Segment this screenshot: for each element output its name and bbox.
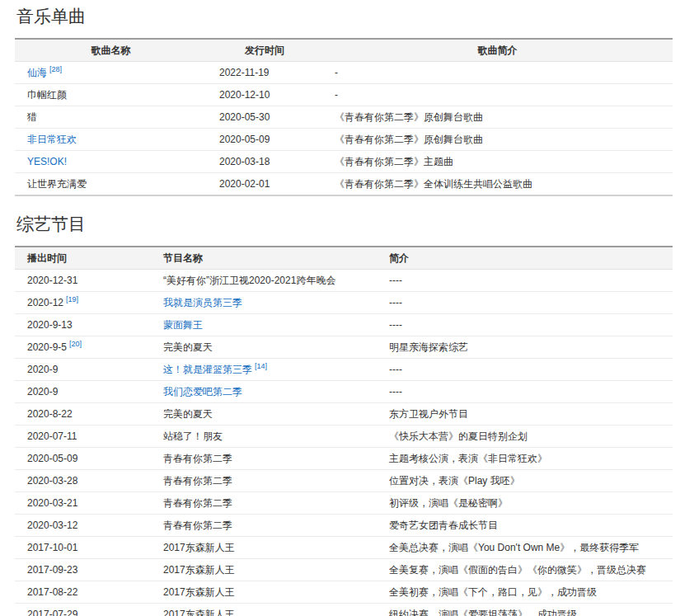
cell-text: 2020-03-18 [219, 156, 270, 167]
cell-text: 巾帼红颜 [27, 89, 67, 101]
cell-text: 2020-12-10 [219, 89, 270, 101]
table-cell: 巾帼红颜 [15, 84, 207, 106]
cell-text: 青春有你第二季 [163, 475, 232, 487]
cell-text: 2017-08-22 [27, 586, 77, 598]
table-cell: - [322, 84, 673, 106]
table-cell: 2017东森新人王 [151, 559, 377, 581]
table-cell: ---- [377, 381, 673, 403]
table-cell: 2017-10-01 [15, 537, 151, 559]
citation-ref[interactable]: [20] [69, 340, 82, 348]
table-cell: 2017-09-23 [15, 559, 151, 581]
music-singles-table: 歌曲名称发行时间歌曲简介仙海[28]2022-11-19-巾帼红颜2020-12… [15, 38, 673, 196]
entry-link[interactable]: 仙海 [27, 67, 47, 78]
table-cell: 青春有你第二季 [151, 470, 377, 492]
table-row: 2017-07-292017东森新人王纽约决赛，演唱《爱要坦荡荡》，成功晋级 [15, 604, 673, 616]
table-cell: 2020-03-28 [15, 470, 151, 492]
table-cell: 2020-9 [15, 381, 151, 403]
table-cell: ---- [377, 359, 673, 381]
column-header: 播出时间 [15, 247, 151, 270]
article-page: 音乐单曲 歌曲名称发行时间歌曲简介仙海[28]2022-11-19-巾帼红颜20… [0, 0, 680, 616]
table-row: 2020-8-22完美的夏天东方卫视户外节目 [15, 403, 673, 426]
table-row: 2020-9我们恋爱吧第二季---- [15, 381, 673, 403]
entry-link[interactable]: 非日常狂欢 [27, 134, 77, 145]
table-cell: 2020-9-13 [15, 314, 151, 336]
table-cell: 青春有你第二季 [151, 515, 377, 537]
cell-text: ---- [389, 319, 402, 331]
column-header: 简介 [377, 247, 673, 270]
table-cell: ---- [377, 314, 673, 336]
cell-text: 2020-9-5 [27, 341, 67, 353]
table-cell: YES!OK! [15, 151, 207, 173]
table-cell: 猎 [15, 106, 207, 129]
cell-text: ---- [389, 386, 402, 397]
cell-text: 主题考核公演，表演《非日常狂欢》 [389, 453, 547, 464]
table-row: 2020-07-11站稳了！朋友《快乐大本营》的夏日特别企划 [15, 426, 673, 448]
cell-text: 《青春有你第二季》原创舞台歌曲 [335, 134, 483, 145]
table-cell: ---- [377, 292, 673, 314]
table-cell: 《快乐大本营》的夏日特别企划 [377, 426, 673, 448]
cell-text: 全美复赛，演唱《假面的告白》《你的微笑》，晋级总决赛 [389, 564, 646, 576]
table-row: 2020-03-12青春有你第二季爱奇艺女团青春成长节目 [15, 515, 673, 537]
column-header: 节目名称 [151, 247, 377, 270]
table-cell: 完美的夏天 [151, 336, 377, 359]
entry-link[interactable]: 我就是演员第三季 [163, 297, 242, 308]
cell-text: 青春有你第二季 [163, 520, 232, 531]
variety-shows-table: 播出时间节目名称简介2020-12-31“美好有你”浙江卫视2020-2021跨… [15, 246, 673, 616]
cell-text: 2017-10-01 [27, 542, 77, 553]
table-cell: 非日常狂欢 [15, 129, 207, 151]
cell-text: ---- [389, 297, 402, 308]
section-variety-shows: 综艺节目 播出时间节目名称简介2020-12-31“美好有你”浙江卫视2020-… [15, 196, 673, 616]
table-row: 2017-09-232017东森新人王全美复赛，演唱《假面的告白》《你的微笑》，… [15, 559, 673, 581]
table-cell: 站稳了！朋友 [151, 426, 377, 448]
cell-text: 2017东森新人王 [163, 564, 235, 576]
table-cell: 2020-03-21 [15, 492, 151, 515]
table-cell: 2020-02-01 [207, 173, 322, 196]
cell-text: 《青春有你第二季》全体训练生共唱公益歌曲 [335, 178, 532, 190]
cell-text: 2020-05-30 [219, 111, 270, 123]
citation-ref[interactable]: [19] [66, 295, 78, 303]
cell-text: 2020-03-21 [27, 497, 77, 509]
table-cell: 让世界充满爱 [15, 173, 207, 196]
table-cell: 东方卫视户外节目 [377, 403, 673, 426]
table-row: 2020-03-28青春有你第二季位置对决，表演《Play 我呸》 [15, 470, 673, 492]
table-cell: 完美的夏天 [151, 403, 377, 426]
table-cell: 2017东森新人王 [151, 604, 377, 616]
cell-text: 2020-07-11 [27, 430, 77, 442]
cell-text: 青春有你第二季 [163, 453, 232, 464]
cell-text: 纽约决赛，演唱《爱要坦荡荡》，成功晋级 [389, 609, 577, 616]
table-cell: 《青春有你第二季》原创舞台歌曲 [322, 129, 673, 151]
table-cell: 2017东森新人王 [151, 581, 377, 604]
entry-link[interactable]: 蒙面舞王 [163, 319, 203, 331]
table-cell: 2020-12[19] [15, 292, 151, 314]
cell-text: 明星亲海探索综艺 [389, 341, 468, 353]
cell-text: 完美的夏天 [163, 408, 213, 420]
table-row: 非日常狂欢2020-05-09《青春有你第二季》原创舞台歌曲 [15, 129, 673, 151]
entry-link[interactable]: 我们恋爱吧第二季 [163, 386, 242, 397]
table-cell: 2020-12-31 [15, 270, 151, 292]
section-music-singles: 音乐单曲 歌曲名称发行时间歌曲简介仙海[28]2022-11-19-巾帼红颜20… [15, 0, 673, 196]
cell-text: ---- [389, 275, 402, 286]
cell-text: 站稳了！朋友 [163, 430, 223, 442]
entry-link[interactable]: YES!OK! [27, 156, 67, 167]
entry-link[interactable]: 这！就是灌篮第三季 [163, 364, 252, 375]
citation-ref[interactable]: [28] [49, 65, 62, 73]
table-cell: 这！就是灌篮第三季[14] [151, 359, 377, 381]
cell-text: 2020-12 [27, 297, 63, 308]
table-cell: ---- [377, 270, 673, 292]
citation-ref[interactable]: [14] [255, 362, 267, 370]
table-cell: - [322, 62, 673, 84]
cell-text: 《青春有你第二季》主题曲 [335, 156, 453, 167]
table-cell: 仙海[28] [15, 62, 207, 84]
cell-text: 全美总决赛，演唱《You Don't Own Me》，最终获得季军 [389, 542, 639, 553]
table-cell: 2017-08-22 [15, 581, 151, 604]
table-cell: 2020-9 [15, 359, 151, 381]
cell-text: 2017-07-29 [27, 609, 77, 616]
cell-text: - [335, 67, 338, 78]
column-header: 歌曲名称 [15, 39, 207, 62]
section-title-variety-shows: 综艺节目 [16, 196, 673, 235]
cell-text: 位置对决，表演《Play 我呸》 [389, 475, 520, 487]
table-cell: 全美总决赛，演唱《You Don't Own Me》，最终获得季军 [377, 537, 673, 559]
column-header: 歌曲简介 [322, 39, 673, 62]
table-cell: 《青春有你第二季》原创舞台歌曲 [322, 106, 673, 129]
table-cell: 2020-8-22 [15, 403, 151, 426]
